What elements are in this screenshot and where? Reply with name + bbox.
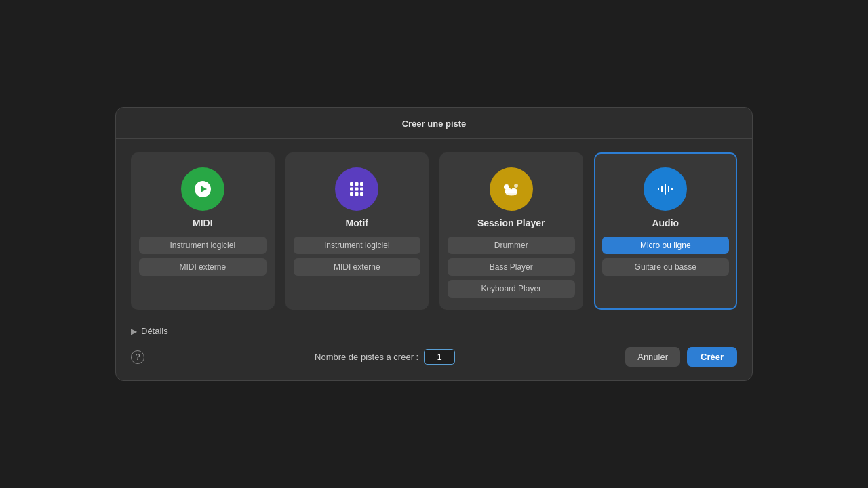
motif-icon bbox=[335, 167, 378, 211]
svg-point-15 bbox=[514, 184, 518, 188]
svg-rect-6 bbox=[350, 192, 353, 196]
svg-rect-3 bbox=[350, 188, 353, 191]
session-icon bbox=[490, 167, 533, 211]
card-midi-title: MIDI bbox=[193, 218, 213, 228]
card-audio-title: Audio bbox=[652, 218, 679, 228]
card-session-title: Session Player bbox=[477, 218, 545, 228]
svg-rect-22 bbox=[671, 188, 673, 190]
session-option-drummer[interactable]: Drummer bbox=[448, 237, 575, 254]
svg-rect-2 bbox=[360, 182, 363, 186]
audio-option-guitar[interactable]: Guitare ou basse bbox=[602, 258, 730, 276]
tracks-count-area: Nombre de pistes à créer : bbox=[315, 349, 455, 365]
create-button[interactable]: Créer bbox=[687, 347, 737, 367]
footer-row: ? Nombre de pistes à créer : Annuler Cré… bbox=[116, 347, 752, 367]
audio-option-micro[interactable]: Micro ou ligne bbox=[602, 237, 730, 254]
motif-option-external[interactable]: MIDI externe bbox=[294, 258, 421, 276]
midi-option-external[interactable]: MIDI externe bbox=[139, 258, 267, 276]
dialog-title: Créer une piste bbox=[116, 108, 752, 139]
svg-rect-7 bbox=[355, 192, 359, 196]
card-audio[interactable]: Audio Micro ou ligne Guitare ou basse bbox=[594, 152, 738, 310]
card-session-options: Drummer Bass Player Keyboard Player bbox=[448, 237, 575, 298]
svg-rect-0 bbox=[350, 182, 353, 186]
card-motif-title: Motif bbox=[346, 218, 368, 228]
midi-icon bbox=[181, 167, 224, 211]
svg-rect-18 bbox=[665, 184, 666, 195]
session-option-bass[interactable]: Bass Player bbox=[448, 258, 575, 276]
svg-rect-21 bbox=[668, 186, 669, 192]
cards-row: MIDI Instrument logiciel MIDI externe bbox=[116, 139, 752, 323]
svg-rect-8 bbox=[360, 192, 363, 196]
svg-rect-5 bbox=[360, 188, 363, 191]
svg-rect-20 bbox=[658, 188, 659, 190]
tracks-label: Nombre de pistes à créer : bbox=[315, 352, 418, 362]
motif-option-instrument[interactable]: Instrument logiciel bbox=[294, 237, 421, 254]
card-audio-options: Micro ou ligne Guitare ou basse bbox=[602, 237, 730, 276]
buttons-area: Annuler Créer bbox=[625, 347, 737, 367]
card-session[interactable]: Session Player Drummer Bass Player Keybo… bbox=[439, 152, 583, 310]
midi-option-instrument[interactable]: Instrument logiciel bbox=[139, 237, 267, 254]
card-midi-options: Instrument logiciel MIDI externe bbox=[139, 237, 267, 276]
tracks-input[interactable] bbox=[424, 349, 455, 365]
help-icon[interactable]: ? bbox=[131, 350, 144, 364]
details-row: ▶ Détails bbox=[116, 323, 752, 347]
card-motif-options: Instrument logiciel MIDI externe bbox=[294, 237, 421, 276]
card-midi[interactable]: MIDI Instrument logiciel MIDI externe bbox=[131, 152, 275, 310]
create-track-dialog: Créer une piste MIDI Instrument logiciel… bbox=[115, 107, 753, 381]
svg-rect-19 bbox=[661, 186, 663, 192]
svg-rect-4 bbox=[355, 188, 359, 191]
cancel-button[interactable]: Annuler bbox=[625, 347, 680, 367]
details-chevron-icon[interactable]: ▶ bbox=[131, 327, 137, 336]
card-motif[interactable]: Motif Instrument logiciel MIDI externe bbox=[285, 152, 429, 310]
audio-icon bbox=[644, 167, 687, 211]
svg-rect-1 bbox=[355, 182, 359, 186]
session-option-keyboard[interactable]: Keyboard Player bbox=[448, 280, 575, 298]
details-label: Détails bbox=[141, 326, 168, 336]
